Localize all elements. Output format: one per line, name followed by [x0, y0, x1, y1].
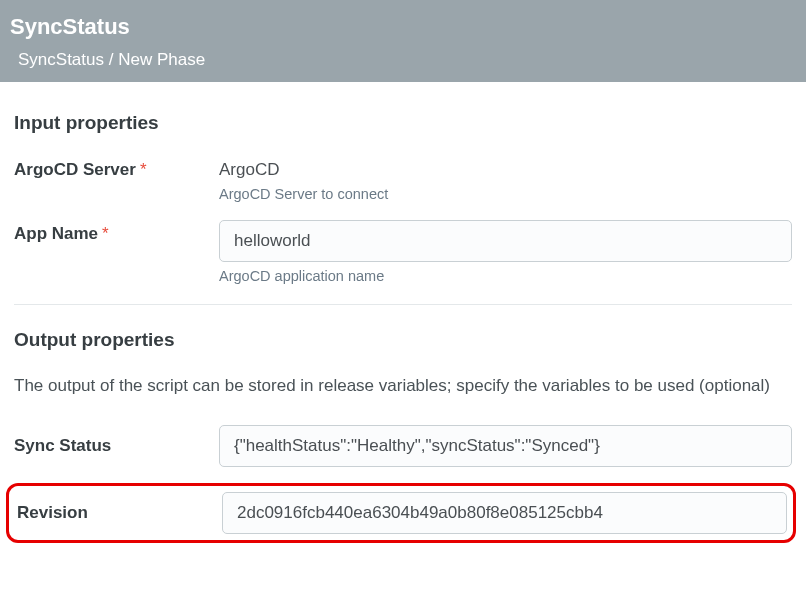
output-section-description: The output of the script can be stored i… [14, 373, 792, 399]
input-section-title: Input properties [14, 112, 792, 134]
revision-row: Revision [15, 492, 787, 534]
content-area: Input properties ArgoCD Server* ArgoCD A… [0, 82, 806, 563]
required-asterisk: * [102, 224, 109, 243]
app-name-help: ArgoCD application name [219, 268, 792, 284]
output-section-title: Output properties [14, 329, 792, 351]
argocd-server-value[interactable]: ArgoCD [219, 156, 792, 180]
revision-highlight: Revision [6, 483, 796, 543]
argocd-server-help: ArgoCD Server to connect [219, 186, 792, 202]
sync-status-row: Sync Status [14, 425, 792, 467]
sync-status-label: Sync Status [14, 436, 219, 456]
argocd-server-label: ArgoCD Server* [14, 156, 219, 180]
app-name-input[interactable] [219, 220, 792, 262]
argocd-server-value-col: ArgoCD ArgoCD Server to connect [219, 156, 792, 202]
required-asterisk: * [140, 160, 147, 179]
page-header: SyncStatus SyncStatus / New Phase [0, 0, 806, 82]
section-divider [14, 304, 792, 305]
app-name-label: App Name* [14, 220, 219, 244]
sync-status-input[interactable] [219, 425, 792, 467]
app-name-label-text: App Name [14, 224, 98, 243]
revision-label: Revision [15, 503, 222, 523]
argocd-server-label-text: ArgoCD Server [14, 160, 136, 179]
page-title: SyncStatus [10, 14, 796, 40]
breadcrumb: SyncStatus / New Phase [10, 50, 796, 70]
app-name-value-col: ArgoCD application name [219, 220, 792, 284]
app-name-row: App Name* ArgoCD application name [14, 220, 792, 284]
argocd-server-row: ArgoCD Server* ArgoCD ArgoCD Server to c… [14, 156, 792, 202]
revision-input[interactable] [222, 492, 787, 534]
